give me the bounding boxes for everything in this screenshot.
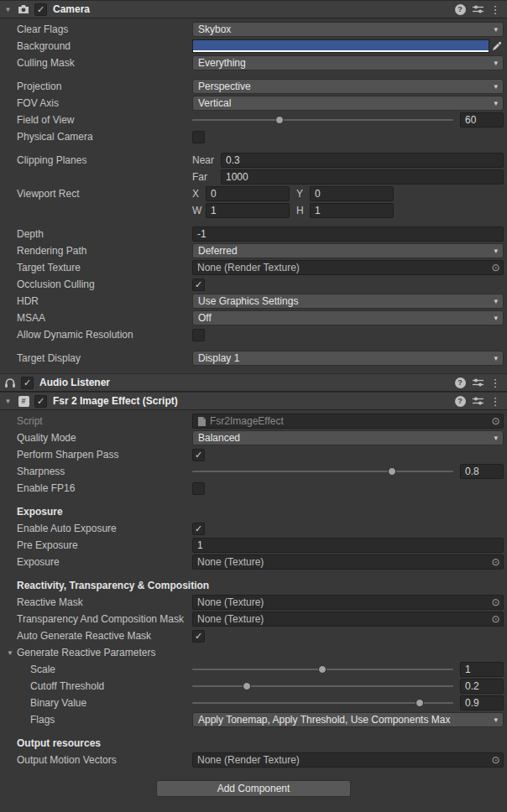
flags-dropdown[interactable]: Apply Tonemap, Apply Threshold, Use Comp… — [192, 712, 504, 727]
perform-sharpen-pass-row: Perform Sharpen Pass ✓ — [0, 446, 507, 463]
perform-sharpen-pass-checkbox[interactable]: ✓ — [192, 449, 205, 461]
script-row: Script Fsr2ImageEffect ⊙ — [0, 413, 507, 429]
sharpness-value[interactable]: 0.8 — [460, 464, 504, 479]
target-texture-row: Target Texture None (Render Texture)⊙ — [0, 259, 507, 276]
object-picker-icon[interactable]: ⊙ — [489, 754, 503, 766]
quality-mode-dropdown[interactable]: Balanced▾ — [192, 430, 504, 445]
transparency-mask-object-field[interactable]: None (Texture)⊙ — [192, 612, 504, 627]
fsr2-enabled-checkbox[interactable]: ✓ — [34, 395, 47, 408]
culling-mask-dropdown[interactable]: Everything▾ — [192, 55, 504, 70]
preset-icon[interactable] — [471, 377, 484, 388]
near-label: Near — [192, 154, 221, 166]
depth-field[interactable]: -1 — [192, 226, 504, 242]
fsr2-foldout-icon[interactable]: ▼ — [3, 398, 13, 405]
hdr-dropdown[interactable]: Use Graphics Settings▾ — [192, 294, 504, 309]
dropdown-arrow-icon: ▾ — [494, 25, 498, 34]
camera-enabled-checkbox[interactable]: ✓ — [34, 3, 47, 16]
cutoff-threshold-slider-handle[interactable] — [243, 682, 251, 690]
help-icon[interactable]: ? — [453, 4, 467, 15]
reactive-mask-object-field[interactable]: None (Texture)⊙ — [192, 595, 504, 610]
cutoff-threshold-value[interactable]: 0.2 — [460, 679, 504, 694]
add-component-button[interactable]: Add Component — [156, 780, 351, 797]
background-color-field[interactable] — [192, 39, 504, 53]
output-motion-vectors-object-field[interactable]: None (Render Texture)⊙ — [192, 752, 504, 768]
field-of-view-value[interactable]: 60 — [460, 112, 504, 128]
object-picker-icon[interactable]: ⊙ — [489, 556, 503, 568]
physical-camera-row: Physical Camera — [0, 128, 507, 145]
allow-dynamic-resolution-checkbox[interactable] — [192, 329, 205, 341]
dropdown-arrow-icon: ▾ — [494, 247, 498, 255]
scale-row: Scale 1 — [0, 661, 507, 678]
h-field[interactable]: 1 — [310, 203, 394, 218]
background-color-swatch[interactable] — [192, 39, 489, 53]
check-icon: ✓ — [195, 280, 202, 289]
object-picker-icon[interactable]: ⊙ — [489, 262, 503, 273]
camera-foldout-icon[interactable]: ▼ — [3, 6, 13, 13]
clear-flags-dropdown[interactable]: Skybox▾ — [192, 22, 504, 37]
eyedropper-icon[interactable] — [489, 41, 504, 51]
kebab-menu-icon[interactable]: ⋮ — [489, 395, 502, 408]
object-picker-icon[interactable]: ⊙ — [489, 613, 503, 625]
occlusion-culling-checkbox[interactable]: ✓ — [192, 278, 205, 291]
pre-exposure-field[interactable]: 1 — [192, 538, 504, 553]
binary-value-slider-handle[interactable] — [416, 699, 424, 707]
binary-value-slider[interactable] — [192, 695, 453, 710]
enable-auto-exposure-label: Enable Auto Exposure — [0, 523, 192, 534]
preset-icon[interactable] — [471, 396, 484, 406]
kebab-menu-icon[interactable]: ⋮ — [489, 3, 502, 16]
far-label: Far — [192, 171, 221, 183]
sharpness-slider-handle[interactable] — [388, 467, 396, 476]
enable-auto-exposure-row: Enable Auto Exposure ✓ — [0, 520, 507, 537]
viewport-rect-wh-row: W 1 H 1 — [0, 202, 507, 219]
generate-reactive-parameters-foldout[interactable]: ▼ Generate Reactive Parameters — [0, 647, 192, 658]
reactivity-section-header: Reactivity, Transparency & Composition — [0, 580, 353, 591]
check-icon: ✓ — [24, 378, 31, 388]
target-display-dropdown[interactable]: Display 1▾ — [192, 351, 504, 366]
enable-auto-exposure-checkbox[interactable]: ✓ — [192, 523, 205, 535]
near-field[interactable]: 0.3 — [221, 153, 504, 168]
dropdown-arrow-icon: ▾ — [494, 297, 498, 305]
scale-slider[interactable] — [192, 662, 453, 677]
audio-listener-enabled-checkbox[interactable]: ✓ — [21, 377, 34, 389]
projection-dropdown[interactable]: Perspective▾ — [192, 79, 504, 94]
fov-axis-dropdown[interactable]: Vertical▾ — [192, 96, 504, 111]
auto-generate-reactive-mask-checkbox[interactable]: ✓ — [192, 630, 205, 643]
help-icon[interactable]: ? — [453, 377, 467, 388]
field-of-view-slider[interactable] — [192, 112, 453, 128]
transparency-mask-row: Transparency And Composition Mask None (… — [0, 611, 507, 627]
camera-component-header[interactable]: ▼ ✓ Camera ? ⋮ — [0, 0, 507, 18]
field-of-view-slider-handle[interactable] — [275, 116, 284, 124]
cutoff-threshold-slider[interactable] — [192, 679, 453, 694]
dropdown-arrow-icon: ▾ — [494, 99, 498, 107]
scale-slider-handle[interactable] — [318, 665, 327, 674]
x-field[interactable]: 0 — [206, 186, 290, 201]
kebab-menu-icon[interactable]: ⋮ — [489, 377, 502, 389]
object-picker-icon[interactable]: ⊙ — [489, 415, 503, 427]
help-icon[interactable]: ? — [453, 396, 467, 407]
exposure-object-field[interactable]: None (Texture)⊙ — [192, 554, 504, 570]
msaa-dropdown[interactable]: Off▾ — [192, 310, 504, 325]
transparency-mask-label: Transparency And Composition Mask — [0, 613, 192, 625]
object-picker-icon[interactable]: ⊙ — [489, 596, 503, 608]
w-field[interactable]: 1 — [206, 203, 290, 218]
projection-label: Projection — [0, 81, 192, 92]
sharpness-label: Sharpness — [0, 466, 192, 477]
rendering-path-dropdown[interactable]: Deferred▾ — [192, 243, 504, 258]
hdr-label: HDR — [0, 295, 192, 307]
dropdown-arrow-icon: ▾ — [494, 354, 498, 362]
generate-reactive-parameters-label: Generate Reactive Parameters — [17, 647, 155, 658]
sharpness-slider[interactable] — [192, 464, 453, 479]
field-of-view-row: Field of View 60 — [0, 112, 507, 128]
physical-camera-checkbox[interactable] — [192, 131, 205, 143]
preset-icon[interactable] — [471, 4, 484, 14]
scale-value[interactable]: 1 — [460, 662, 504, 677]
audio-listener-component-header[interactable]: ✓ Audio Listener ? ⋮ — [0, 373, 507, 392]
foldout-icon[interactable]: ▼ — [7, 649, 15, 657]
binary-value-value[interactable]: 0.9 — [460, 695, 504, 710]
y-field[interactable]: 0 — [310, 186, 394, 201]
w-label: W — [192, 205, 206, 216]
far-field[interactable]: 1000 — [221, 169, 504, 185]
fsr2-component-header[interactable]: ▼ # ✓ Fsr 2 Image Effect (Script) ? ⋮ — [0, 392, 507, 410]
enable-fp16-checkbox[interactable] — [192, 482, 205, 495]
target-texture-object-field[interactable]: None (Render Texture)⊙ — [192, 260, 504, 275]
